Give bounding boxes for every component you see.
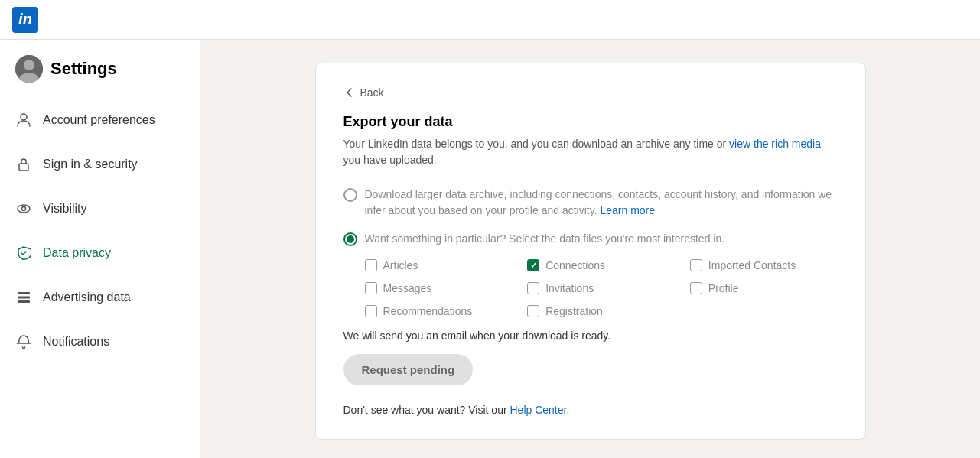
card-description: Your LinkedIn data belongs to you, and y… <box>343 136 838 168</box>
checkbox-item-messages[interactable]: Messages <box>365 282 513 294</box>
checkbox-item-imported-contacts[interactable]: Imported Contacts <box>690 259 838 271</box>
help-text-part1: Don't see what you want? Visit our <box>343 404 510 416</box>
sidebar-item-data-privacy[interactable]: Data privacy <box>0 231 200 275</box>
checkbox-imported-contacts[interactable] <box>690 259 702 271</box>
sidebar-item-visibility[interactable]: Visibility <box>0 187 200 231</box>
back-label: Back <box>360 86 384 99</box>
radio-full-archive-label: Download larger data archive, including … <box>365 187 838 219</box>
bell-icon <box>15 333 32 350</box>
svg-point-5 <box>18 205 30 213</box>
checkbox-connections[interactable] <box>527 259 539 271</box>
sidebar-label-advertising-data: Advertising data <box>43 291 131 304</box>
svg-point-1 <box>24 60 34 70</box>
checkbox-label-articles: Articles <box>383 259 418 271</box>
sidebar-header: Settings <box>0 55 200 98</box>
avatar-image <box>15 55 43 83</box>
back-link[interactable]: Back <box>343 86 838 99</box>
svg-point-3 <box>21 114 27 120</box>
checkbox-label-imported-contacts: Imported Contacts <box>708 259 796 271</box>
checkboxes-grid: Articles Connections Imported Contacts M… <box>365 259 838 317</box>
checkbox-recommendations[interactable] <box>365 305 377 317</box>
shield-icon <box>15 245 32 261</box>
checkbox-item-recommendations[interactable]: Recommendations <box>365 305 513 317</box>
radio-option-particular[interactable]: Want something in particular? Select the… <box>343 231 838 247</box>
sidebar-item-advertising-data[interactable]: Advertising data <box>0 275 200 320</box>
sidebar-label-data-privacy: Data privacy <box>43 246 111 260</box>
sidebar-item-account-preferences[interactable]: Account preferences <box>0 98 200 142</box>
export-data-card: Back Export your data Your LinkedIn data… <box>315 63 866 440</box>
checkbox-messages[interactable] <box>365 282 377 294</box>
checkbox-label-invitations: Invitations <box>545 282 594 294</box>
svg-rect-4 <box>19 164 28 171</box>
sidebar-item-sign-in-security[interactable]: Sign in & security <box>0 142 200 187</box>
card-title: Export your data <box>343 114 838 130</box>
svg-rect-8 <box>18 297 30 299</box>
help-text: Don't see what you want? Visit our Help … <box>343 404 838 416</box>
checkbox-registration[interactable] <box>527 305 539 317</box>
eye-icon <box>15 200 32 217</box>
radio-option-full-archive[interactable]: Download larger data archive, including … <box>343 187 838 219</box>
sidebar-label-sign-in-security: Sign in & security <box>43 158 138 171</box>
checkbox-label-recommendations: Recommendations <box>383 305 473 317</box>
checkbox-label-messages: Messages <box>383 282 432 294</box>
checkbox-invitations[interactable] <box>527 282 539 294</box>
checkbox-item-invitations[interactable]: Invitations <box>527 282 675 294</box>
checkbox-articles[interactable] <box>365 259 377 271</box>
checkbox-profile[interactable] <box>690 282 702 294</box>
help-center-link[interactable]: Help Center <box>510 404 566 416</box>
help-text-part2: . <box>566 404 569 416</box>
checkbox-item-connections[interactable]: Connections <box>527 259 675 271</box>
radio-particular-label: Want something in particular? Select the… <box>365 231 725 247</box>
sidebar-label-notifications: Notifications <box>43 335 109 349</box>
radio-particular[interactable] <box>343 232 357 246</box>
main-layout: Settings Account preferences Sign in & s… <box>0 40 980 458</box>
topnav: in <box>0 0 980 40</box>
sidebar-title: Settings <box>50 59 117 79</box>
main-content: Back Export your data Your LinkedIn data… <box>200 40 980 458</box>
radio-full-archive[interactable] <box>343 188 357 202</box>
learn-more-link[interactable]: Learn more <box>600 204 655 216</box>
sidebar-label-account-preferences: Account preferences <box>43 113 155 127</box>
checkbox-item-registration[interactable]: Registration <box>527 305 675 317</box>
linkedin-logo[interactable]: in <box>12 7 38 33</box>
list-icon <box>15 289 32 306</box>
checkbox-label-registration: Registration <box>545 305 603 317</box>
lock-icon <box>15 156 32 173</box>
sidebar-item-notifications[interactable]: Notifications <box>0 320 200 364</box>
svg-point-6 <box>22 207 26 211</box>
svg-rect-7 <box>18 292 30 294</box>
sidebar-label-visibility: Visibility <box>43 202 87 216</box>
view-rich-media-link[interactable]: view the rich media <box>729 138 821 150</box>
card-desc-part1: Your LinkedIn data belongs to you, and y… <box>343 138 730 150</box>
back-arrow-icon <box>343 86 356 99</box>
card-desc-part2: you have uploaded. <box>343 154 437 166</box>
sidebar: Settings Account preferences Sign in & s… <box>0 40 200 458</box>
checkbox-label-profile: Profile <box>708 282 739 294</box>
checkbox-item-articles[interactable]: Articles <box>365 259 513 271</box>
send-email-text: We will send you an email when your down… <box>343 330 838 342</box>
avatar[interactable] <box>15 55 43 83</box>
checkbox-item-profile[interactable]: Profile <box>690 282 838 294</box>
person-icon <box>15 112 32 128</box>
request-pending-button[interactable]: Request pending <box>343 354 474 385</box>
checkbox-label-connections: Connections <box>545 259 605 271</box>
svg-rect-9 <box>18 300 30 303</box>
